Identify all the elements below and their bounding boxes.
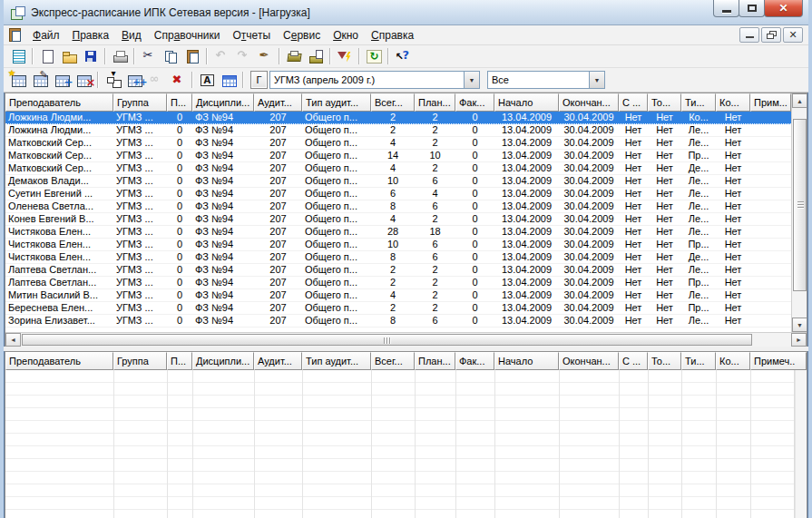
menu-item[interactable]: Сервис	[277, 27, 327, 44]
child-restore-button[interactable]	[761, 27, 781, 43]
open-button[interactable]	[58, 46, 80, 66]
table-row[interactable]: Суетин Евгений ...УГМЗ ...0ФЗ №94207Обще…	[5, 188, 791, 200]
maximize-button[interactable]	[739, 0, 765, 17]
chevron-down-icon[interactable]	[589, 72, 604, 88]
horizontal-scrollbar-thumb[interactable]	[22, 334, 752, 346]
detail-vertical-scrollbar[interactable]	[794, 370, 807, 518]
table-row[interactable]: Матковский Сер...УГМЗ ...0ФЗ №94207Общег…	[5, 150, 791, 162]
menu-item[interactable]: Справочники	[148, 27, 227, 44]
print-form-button[interactable]	[305, 46, 327, 66]
save-button[interactable]	[80, 46, 102, 66]
column-header[interactable]: Аудит...	[254, 352, 302, 370]
table-row[interactable]: Оленева Светла...УГМЗ ...0ФЗ №94207Общег…	[5, 200, 791, 213]
table-row[interactable]: Береснева Елен...УГМЗ ...0ФЗ №94207Общег…	[5, 302, 791, 315]
print-export-button[interactable]	[283, 46, 305, 66]
record-new-button[interactable]	[7, 70, 29, 90]
horizontal-scrollbar[interactable]	[5, 332, 807, 347]
column-header[interactable]: Дисципли...	[192, 352, 254, 370]
paste-button[interactable]	[181, 46, 203, 66]
new-document-button[interactable]	[36, 46, 58, 66]
column-header[interactable]: Окончан...	[559, 93, 619, 112]
child-minimize-button[interactable]	[739, 27, 759, 43]
record-remove-button[interactable]	[73, 70, 94, 90]
menu-item[interactable]: Вид	[115, 27, 148, 44]
column-header[interactable]: Тип аудит...	[302, 93, 371, 112]
column-header[interactable]: То...	[648, 352, 681, 370]
table-row[interactable]: Демаков Влади...УГМЗ ...0ФЗ №94207Общего…	[5, 175, 791, 188]
column-header[interactable]: План...	[415, 93, 455, 112]
table-row[interactable]: Матковский Сер...УГМЗ ...0ФЗ №94207Общег…	[5, 162, 791, 175]
tree-view-button[interactable]	[102, 70, 123, 90]
scroll-right-icon[interactable]	[791, 333, 807, 347]
cut-button[interactable]	[138, 46, 160, 66]
chevron-down-icon[interactable]	[464, 72, 479, 88]
font-button[interactable]	[196, 70, 218, 90]
column-header[interactable]: С ...	[619, 352, 648, 370]
scroll-up-icon[interactable]	[792, 93, 807, 108]
table-row[interactable]: Зорина Елизавет...УГМЗ ...0ФЗ №94207Обще…	[5, 315, 791, 327]
column-header[interactable]: Ти...	[681, 352, 716, 370]
schedule-grid-button[interactable]	[218, 70, 240, 90]
column-header[interactable]: Преподаватель	[5, 352, 113, 370]
quick-edit-button[interactable]	[254, 46, 276, 66]
table-row[interactable]: Лаптева Светлан...УГМЗ ...0ФЗ №94207Обще…	[5, 264, 791, 277]
table-row[interactable]: Чистякова Елен...УГМЗ ...0ФЗ №94207Общег…	[5, 239, 791, 251]
print-button[interactable]	[109, 46, 131, 66]
column-header[interactable]: Тип аудит...	[302, 352, 371, 370]
column-header[interactable]: П...	[167, 352, 192, 370]
menu-item[interactable]: Окно	[327, 27, 365, 44]
menu-item[interactable]: Справка	[365, 27, 420, 44]
view-notes-button[interactable]	[7, 46, 29, 66]
table-row[interactable]: Ложкина Людми...УГМЗ ...0ФЗ №94207Общего…	[5, 112, 791, 124]
column-header[interactable]: Всег...	[371, 352, 415, 370]
column-header[interactable]: С ...	[619, 93, 648, 112]
record-add-multi-button[interactable]	[123, 70, 145, 90]
column-header[interactable]: Группа	[113, 93, 167, 112]
column-header[interactable]: Ко...	[716, 93, 750, 112]
column-header[interactable]: Ко...	[716, 352, 750, 370]
vertical-scrollbar-thumb[interactable]	[793, 119, 807, 291]
record-add-button[interactable]	[51, 70, 73, 90]
column-header[interactable]: Фак...	[455, 352, 494, 370]
table-row[interactable]: Чистякова Елен...УГМЗ ...0ФЗ №94207Общег…	[5, 251, 791, 264]
column-header[interactable]: Аудит...	[254, 93, 302, 112]
close-button[interactable]: ✕	[764, 0, 803, 17]
column-header[interactable]: Преподаватель	[5, 93, 113, 112]
menu-item[interactable]: Файл	[26, 27, 66, 44]
column-header[interactable]: П...	[167, 93, 192, 112]
table-row[interactable]: Чистякова Елен...УГМЗ ...0ФЗ №94207Общег…	[5, 226, 791, 239]
context-help-button[interactable]	[392, 46, 414, 66]
column-header[interactable]: Начало	[494, 352, 559, 370]
column-header[interactable]: Фак...	[455, 93, 494, 112]
record-edit-button[interactable]	[29, 70, 51, 90]
column-header[interactable]: То...	[648, 93, 681, 112]
document-icon[interactable]	[7, 28, 23, 42]
column-header[interactable]: Группа	[113, 352, 167, 370]
table-row[interactable]: Лаптева Светлан...УГМЗ ...0ФЗ №94207Обще…	[5, 277, 791, 289]
column-header[interactable]: Всег...	[371, 93, 415, 112]
table-row[interactable]: Конев Евгений В...УГМЗ ...0ФЗ №94207Обще…	[5, 213, 791, 226]
column-header[interactable]: Ти...	[681, 93, 716, 112]
minimize-button[interactable]	[713, 0, 739, 17]
child-close-button[interactable]: ✕	[783, 27, 803, 43]
scroll-left-icon[interactable]	[5, 333, 21, 347]
refresh-button[interactable]	[363, 46, 385, 66]
table-row[interactable]: Ложкина Людми...УГМЗ ...0ФЗ №94207Общего…	[5, 124, 791, 137]
vertical-scrollbar[interactable]	[791, 93, 807, 332]
delete-all-button[interactable]	[167, 70, 189, 90]
column-header[interactable]: Примеч..	[750, 352, 807, 370]
period-combobox[interactable]: УГМЗ (апрель 2009 г.)	[269, 71, 480, 89]
filter-combobox[interactable]: Все	[487, 71, 605, 89]
scroll-down-icon[interactable]	[792, 318, 807, 332]
column-header[interactable]: Дисципли...	[192, 93, 254, 112]
filter-button[interactable]	[334, 46, 356, 66]
column-header[interactable]: Начало	[494, 93, 559, 112]
table-row[interactable]: Митин Василий В...УГМЗ ...0ФЗ №94207Обще…	[5, 289, 791, 302]
copy-button[interactable]	[160, 46, 181, 66]
table-row[interactable]: Матковский Сер...УГМЗ ...0ФЗ №94207Общег…	[5, 137, 791, 150]
menu-item[interactable]: Отчеты	[227, 27, 278, 44]
group-button[interactable]: Г	[250, 71, 268, 89]
column-header[interactable]: План...	[415, 352, 455, 370]
column-header[interactable]: Прим...	[750, 93, 791, 112]
menu-item[interactable]: Правка	[66, 27, 116, 44]
